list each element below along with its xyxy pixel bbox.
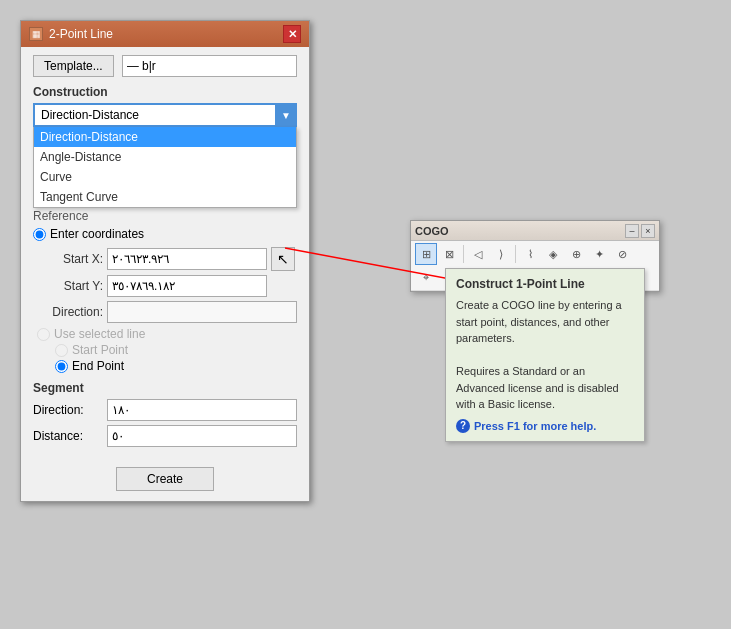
create-button[interactable]: Create <box>116 467 214 491</box>
segment-section: Segment Direction: Distance: <box>33 381 297 447</box>
titlebar-left: ▦ 2-Point Line <box>29 27 113 41</box>
tooltip-popup: Construct 1-Point Line Create a COGO lin… <box>445 268 645 442</box>
end-point-radio[interactable] <box>55 360 68 373</box>
direction-row: Direction: <box>33 301 297 323</box>
dialog-title: 2-Point Line <box>49 27 113 41</box>
segment-distance-input[interactable] <box>107 425 297 447</box>
start-x-cursor-button[interactable]: ↖ <box>271 247 295 271</box>
segment-distance-label: Distance: <box>33 429 103 443</box>
toolbar-sep-2 <box>515 245 516 263</box>
title-icon: ▦ <box>29 27 43 41</box>
two-point-line-dialog: ▦ 2-Point Line ✕ Template... Constructio… <box>20 20 310 502</box>
start-x-input[interactable] <box>107 248 267 270</box>
dropdown-item-3[interactable]: Tangent Curve <box>34 187 296 207</box>
segment-direction-label: Direction: <box>33 403 103 417</box>
cogo-tool-9[interactable]: ⌖ <box>415 266 437 288</box>
end-point-text: End Point <box>72 359 124 373</box>
construction-dropdown-wrapper: Direction-Distance ▼ Direction-Distance … <box>33 103 297 127</box>
dropdown-item-2[interactable]: Curve <box>34 167 296 187</box>
help-circle-icon: ? <box>456 419 470 433</box>
cogo-tool-2[interactable]: ◁ <box>467 243 489 265</box>
template-input[interactable] <box>122 55 297 77</box>
cogo-tool-7[interactable]: ✦ <box>588 243 610 265</box>
tooltip-title: Construct 1-Point Line <box>456 277 634 291</box>
enter-coords-radio[interactable] <box>33 228 46 241</box>
cogo-titlebar: COGO – × <box>411 221 659 241</box>
point-options: Start Point End Point <box>55 343 297 373</box>
dialog-titlebar: ▦ 2-Point Line ✕ <box>21 21 309 47</box>
cogo-tool-3[interactable]: ⟩ <box>490 243 512 265</box>
segment-direction-input[interactable] <box>107 399 297 421</box>
use-selected-line-group: Use selected line Start Point End Point <box>37 327 297 373</box>
cogo-tool-5[interactable]: ◈ <box>542 243 564 265</box>
enter-coords-radio-label[interactable]: Enter coordinates <box>33 227 297 241</box>
reference-label: Reference <box>33 209 297 223</box>
start-x-label: Start X: <box>33 252 103 266</box>
segment-direction-row: Direction: <box>33 399 297 421</box>
use-selected-line-text: Use selected line <box>54 327 145 341</box>
start-point-label[interactable]: Start Point <box>55 343 297 357</box>
start-point-text: Start Point <box>72 343 128 357</box>
cogo-tool-4[interactable]: ⌇ <box>519 243 541 265</box>
cogo-tool-0[interactable]: ⊞ <box>415 243 437 265</box>
use-selected-line-label[interactable]: Use selected line <box>37 327 297 341</box>
direction-label: Direction: <box>33 305 103 319</box>
enter-coords-group: Enter coordinates <box>33 227 297 241</box>
dialog-body: Template... Construction Direction-Dista… <box>21 47 309 459</box>
cogo-controls: – × <box>625 224 655 238</box>
segment-distance-row: Distance: <box>33 425 297 447</box>
start-y-row: Start Y: <box>33 275 297 297</box>
direction-input[interactable] <box>107 301 297 323</box>
tooltip-body: Create a COGO line by entering a start p… <box>456 297 634 413</box>
tooltip-help-text: Press F1 for more help. <box>474 420 596 432</box>
segment-label: Segment <box>33 381 297 395</box>
dropdown-selected-text: Direction-Distance <box>41 108 139 122</box>
dropdown-item-1[interactable]: Angle-Distance <box>34 147 296 167</box>
enter-coords-text: Enter coordinates <box>50 227 144 241</box>
cogo-tool-8[interactable]: ⊘ <box>611 243 633 265</box>
use-selected-line-radio[interactable] <box>37 328 50 341</box>
tooltip-help: ? Press F1 for more help. <box>456 419 634 433</box>
cogo-title: COGO <box>415 225 449 237</box>
end-point-label[interactable]: End Point <box>55 359 297 373</box>
dialog-footer: Create <box>21 459 309 501</box>
dropdown-item-0[interactable]: Direction-Distance <box>34 127 296 147</box>
start-y-input[interactable] <box>107 275 267 297</box>
template-button[interactable]: Template... <box>33 55 114 77</box>
start-x-row: Start X: ↖ <box>33 247 297 271</box>
cogo-tool-1[interactable]: ⊠ <box>438 243 460 265</box>
construction-dropdown-list: Direction-Distance Angle-Distance Curve … <box>33 127 297 208</box>
close-button[interactable]: ✕ <box>283 25 301 43</box>
cogo-minimize-button[interactable]: – <box>625 224 639 238</box>
start-y-label: Start Y: <box>33 279 103 293</box>
start-point-radio[interactable] <box>55 344 68 357</box>
cogo-tool-6[interactable]: ⊕ <box>565 243 587 265</box>
template-row: Template... <box>33 55 297 77</box>
construction-dropdown[interactable]: Direction-Distance <box>33 103 297 127</box>
cogo-close-button[interactable]: × <box>641 224 655 238</box>
construction-label: Construction <box>33 85 297 99</box>
toolbar-sep-1 <box>463 245 464 263</box>
